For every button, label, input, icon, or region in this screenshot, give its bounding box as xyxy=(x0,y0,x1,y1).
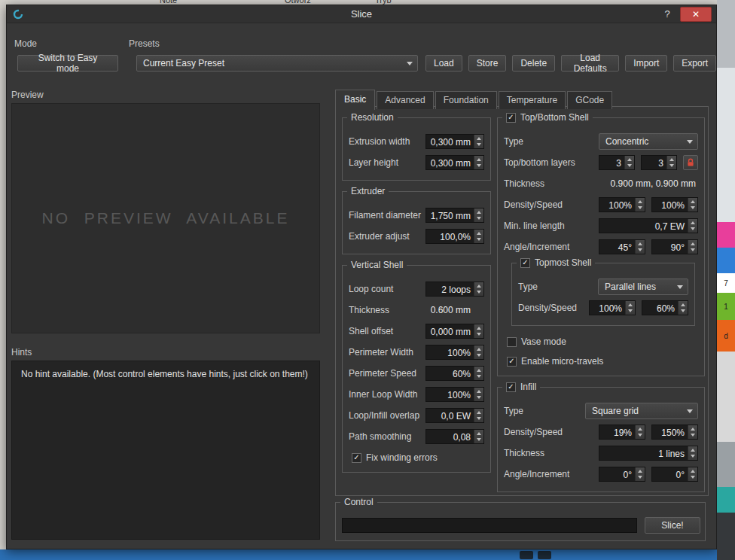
spinner-arrows[interactable] xyxy=(635,240,645,254)
loop-infill-overlap-field[interactable]: 0,0 EW xyxy=(425,408,484,423)
layer-height-field[interactable]: 0,300 mm xyxy=(425,155,484,170)
infill-angle-field[interactable]: 0° xyxy=(599,467,645,482)
perimeter-speed-field[interactable]: 60% xyxy=(425,366,484,381)
spinner-arrows[interactable] xyxy=(688,446,697,460)
spinner-arrows[interactable] xyxy=(474,208,483,222)
spin-up-icon[interactable] xyxy=(681,301,685,306)
spinner-arrows[interactable] xyxy=(474,345,483,359)
spin-down-icon[interactable] xyxy=(681,309,685,315)
infill-checkbox[interactable]: ✓ xyxy=(506,382,516,392)
spinner-arrows[interactable] xyxy=(678,301,688,315)
spin-up-icon[interactable] xyxy=(691,446,695,452)
spin-up-icon[interactable] xyxy=(628,301,633,306)
spinner-arrows[interactable] xyxy=(666,156,676,169)
spin-up-icon[interactable] xyxy=(638,240,642,245)
min-line-length-field[interactable]: 0,7 EW xyxy=(599,218,698,233)
spin-down-icon[interactable] xyxy=(638,206,642,212)
spinner-arrows[interactable] xyxy=(474,388,483,401)
spin-up-icon[interactable] xyxy=(669,156,674,161)
top-layers-field[interactable]: 3 xyxy=(599,155,635,170)
lock-ratio-button[interactable] xyxy=(683,155,698,170)
spin-up-icon[interactable] xyxy=(691,198,695,203)
spin-up-icon[interactable] xyxy=(477,156,481,161)
spin-down-icon[interactable] xyxy=(477,164,481,169)
spinner-arrows[interactable] xyxy=(474,324,483,338)
spin-up-icon[interactable] xyxy=(477,208,481,214)
spin-down-icon[interactable] xyxy=(627,164,632,169)
spinner-arrows[interactable] xyxy=(474,156,483,169)
spin-up-icon[interactable] xyxy=(638,425,642,431)
spinner-arrows[interactable] xyxy=(688,198,697,212)
titlebar[interactable]: Slice ? ✕ xyxy=(7,5,716,23)
spin-down-icon[interactable] xyxy=(638,476,642,481)
spin-down-icon[interactable] xyxy=(477,396,481,401)
spin-down-icon[interactable] xyxy=(638,248,642,254)
spinner-arrows[interactable] xyxy=(474,282,483,296)
topmost-speed-field[interactable]: 60% xyxy=(642,300,688,315)
spinner-arrows[interactable] xyxy=(474,135,483,148)
infill-type-select[interactable]: Square grid xyxy=(585,403,698,419)
spin-up-icon[interactable] xyxy=(638,467,642,473)
spin-down-icon[interactable] xyxy=(691,248,695,254)
spin-up-icon[interactable] xyxy=(477,388,481,393)
load-button[interactable]: Load xyxy=(425,55,462,72)
spin-up-icon[interactable] xyxy=(627,156,632,161)
spin-up-icon[interactable] xyxy=(691,467,695,473)
switch-easy-mode-button[interactable]: Switch to Easy mode xyxy=(17,55,118,72)
top-bottom-shell-checkbox[interactable]: ✓ xyxy=(506,113,516,123)
shell-angle-field[interactable]: 45° xyxy=(599,239,645,254)
load-defaults-button[interactable]: Load Defaults xyxy=(561,55,619,72)
spin-down-icon[interactable] xyxy=(477,238,481,243)
shell-offset-field[interactable]: 0,000 mm xyxy=(425,324,484,339)
spinner-arrows[interactable] xyxy=(635,425,645,439)
extruder-adjust-field[interactable]: 100,0% xyxy=(425,229,484,244)
export-button[interactable]: Export xyxy=(673,55,716,72)
spin-down-icon[interactable] xyxy=(477,417,481,422)
tab-foundation[interactable]: Foundation xyxy=(435,91,497,109)
help-button[interactable]: ? xyxy=(660,8,674,21)
spin-up-icon[interactable] xyxy=(638,198,642,203)
spinner-arrows[interactable] xyxy=(635,198,645,212)
fix-winding-checkbox[interactable]: ✓ xyxy=(352,453,361,463)
spin-up-icon[interactable] xyxy=(477,409,481,414)
spinner-arrows[interactable] xyxy=(474,430,483,443)
spin-up-icon[interactable] xyxy=(477,367,481,372)
delete-button[interactable]: Delete xyxy=(512,55,555,72)
spin-down-icon[interactable] xyxy=(477,354,481,359)
spinner-arrows[interactable] xyxy=(688,425,697,439)
infill-density-field[interactable]: 19% xyxy=(599,425,645,440)
spin-up-icon[interactable] xyxy=(477,345,481,351)
spin-down-icon[interactable] xyxy=(638,434,642,439)
close-button[interactable]: ✕ xyxy=(680,7,712,22)
spin-down-icon[interactable] xyxy=(477,333,481,338)
spin-down-icon[interactable] xyxy=(669,164,674,169)
spin-up-icon[interactable] xyxy=(477,324,481,330)
shell-density-field[interactable]: 100% xyxy=(599,197,645,212)
inner-loop-width-field[interactable]: 100% xyxy=(425,387,484,402)
spin-down-icon[interactable] xyxy=(691,206,695,212)
spin-up-icon[interactable] xyxy=(691,219,695,224)
tab-gcode[interactable]: GCode xyxy=(567,91,612,109)
bottom-layers-field[interactable]: 3 xyxy=(641,155,677,170)
spinner-arrows[interactable] xyxy=(635,467,645,481)
filament-diameter-field[interactable]: 1,750 mm xyxy=(425,208,484,223)
preset-select[interactable]: Current Easy Preset xyxy=(136,55,418,72)
perimeter-width-field[interactable]: 100% xyxy=(425,345,484,360)
spin-down-icon[interactable] xyxy=(477,143,481,148)
spin-down-icon[interactable] xyxy=(691,227,695,233)
topmost-density-field[interactable]: 100% xyxy=(589,300,636,315)
infill-thickness-field[interactable]: 1 lines xyxy=(599,446,698,461)
tab-temperature[interactable]: Temperature xyxy=(499,91,566,109)
spinner-arrows[interactable] xyxy=(625,301,635,315)
spin-down-icon[interactable] xyxy=(628,309,633,315)
spinner-arrows[interactable] xyxy=(474,230,483,243)
import-button[interactable]: Import xyxy=(625,55,667,72)
micro-travels-checkbox[interactable]: ✓ xyxy=(507,357,517,367)
spinner-arrows[interactable] xyxy=(624,156,634,169)
spin-down-icon[interactable] xyxy=(691,476,695,481)
spinner-arrows[interactable] xyxy=(474,367,483,380)
spin-up-icon[interactable] xyxy=(477,230,481,235)
spinner-arrows[interactable] xyxy=(688,219,697,233)
spin-up-icon[interactable] xyxy=(477,282,481,288)
spin-down-icon[interactable] xyxy=(477,291,481,296)
